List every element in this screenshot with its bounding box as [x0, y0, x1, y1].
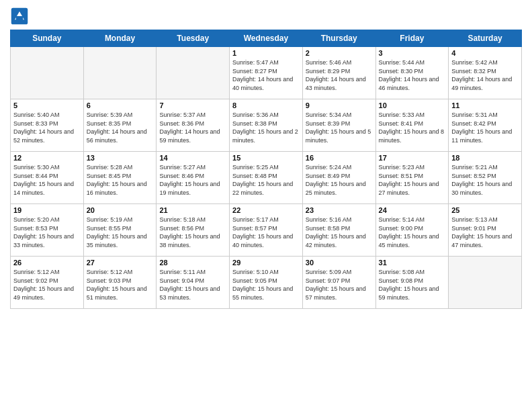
day-info: Sunrise: 5:37 AMSunset: 8:36 PMDaylight:…: [159, 111, 226, 144]
calendar-cell: 31Sunrise: 5:08 AMSunset: 9:08 PMDayligh…: [375, 257, 449, 309]
calendar-cell: 7Sunrise: 5:37 AMSunset: 8:36 PMDaylight…: [157, 99, 230, 152]
day-number: 20: [87, 206, 154, 214]
calendar-cell: 3Sunrise: 5:44 AMSunset: 8:30 PMDaylight…: [375, 47, 449, 99]
day-number: 13: [87, 154, 154, 162]
calendar-cell: 11Sunrise: 5:31 AMSunset: 8:42 PMDayligh…: [449, 99, 522, 152]
day-info: Sunrise: 5:13 AMSunset: 9:01 PMDaylight:…: [451, 216, 519, 249]
day-header: Saturday: [449, 30, 522, 47]
day-info: Sunrise: 5:23 AMSunset: 8:51 PMDaylight:…: [379, 163, 446, 197]
day-number: 23: [306, 206, 373, 214]
calendar-cell: 21Sunrise: 5:18 AMSunset: 8:56 PMDayligh…: [157, 204, 230, 257]
day-info: Sunrise: 5:46 AMSunset: 8:29 PMDaylight:…: [306, 58, 373, 92]
calendar-cell: [157, 47, 230, 99]
day-number: 5: [13, 101, 81, 109]
week-row: 12Sunrise: 5:30 AMSunset: 8:44 PMDayligh…: [11, 152, 522, 204]
calendar-cell: 24Sunrise: 5:14 AMSunset: 9:00 PMDayligh…: [375, 204, 449, 257]
calendar-cell: 27Sunrise: 5:12 AMSunset: 9:03 PMDayligh…: [83, 257, 157, 309]
day-info: Sunrise: 5:25 AMSunset: 8:48 PMDaylight:…: [232, 163, 300, 197]
day-number: 31: [379, 259, 446, 267]
day-number: 17: [379, 154, 446, 162]
day-number: 4: [451, 49, 519, 57]
day-info: Sunrise: 5:31 AMSunset: 8:42 PMDaylight:…: [451, 111, 519, 144]
calendar-cell: 2Sunrise: 5:46 AMSunset: 8:29 PMDaylight…: [302, 47, 375, 99]
calendar-cell: [449, 257, 522, 309]
day-header: Monday: [83, 30, 157, 47]
day-info: Sunrise: 5:12 AMSunset: 9:02 PMDaylight:…: [13, 268, 81, 302]
calendar-cell: 13Sunrise: 5:28 AMSunset: 8:45 PMDayligh…: [83, 152, 157, 204]
day-number: 30: [306, 259, 373, 267]
day-number: 15: [232, 154, 300, 162]
day-number: 21: [159, 206, 226, 214]
calendar-cell: 20Sunrise: 5:19 AMSunset: 8:55 PMDayligh…: [83, 204, 157, 257]
day-info: Sunrise: 5:40 AMSunset: 8:33 PMDaylight:…: [13, 111, 81, 144]
day-info: Sunrise: 5:44 AMSunset: 8:30 PMDaylight:…: [379, 58, 446, 92]
calendar-cell: 14Sunrise: 5:27 AMSunset: 8:46 PMDayligh…: [157, 152, 230, 204]
day-info: Sunrise: 5:12 AMSunset: 9:03 PMDaylight:…: [87, 268, 154, 302]
day-number: 24: [379, 206, 446, 214]
calendar-cell: 19Sunrise: 5:20 AMSunset: 8:53 PMDayligh…: [11, 204, 84, 257]
calendar-cell: 8Sunrise: 5:36 AMSunset: 8:38 PMDaylight…: [230, 99, 303, 152]
day-number: 11: [451, 101, 519, 109]
day-info: Sunrise: 5:36 AMSunset: 8:38 PMDaylight:…: [232, 111, 300, 144]
day-number: 9: [306, 101, 373, 109]
day-info: Sunrise: 5:28 AMSunset: 8:45 PMDaylight:…: [87, 163, 154, 197]
day-header: Sunday: [11, 30, 84, 47]
week-row: 1Sunrise: 5:47 AMSunset: 8:27 PMDaylight…: [11, 47, 522, 99]
day-info: Sunrise: 5:42 AMSunset: 8:32 PMDaylight:…: [451, 58, 519, 92]
logo-icon: [10, 7, 29, 26]
logo: [10, 7, 32, 26]
day-info: Sunrise: 5:20 AMSunset: 8:53 PMDaylight:…: [13, 216, 81, 249]
day-number: 16: [306, 154, 373, 162]
day-number: 6: [87, 101, 154, 109]
calendar-cell: 16Sunrise: 5:24 AMSunset: 8:49 PMDayligh…: [302, 152, 375, 204]
day-info: Sunrise: 5:18 AMSunset: 8:56 PMDaylight:…: [159, 216, 226, 249]
day-info: Sunrise: 5:16 AMSunset: 8:58 PMDaylight:…: [306, 216, 373, 249]
day-header: Wednesday: [230, 30, 303, 47]
day-number: 26: [13, 259, 81, 267]
calendar-cell: 12Sunrise: 5:30 AMSunset: 8:44 PMDayligh…: [11, 152, 84, 204]
calendar-cell: 29Sunrise: 5:10 AMSunset: 9:05 PMDayligh…: [230, 257, 303, 309]
calendar-cell: 18Sunrise: 5:21 AMSunset: 8:52 PMDayligh…: [449, 152, 522, 204]
calendar-cell: 23Sunrise: 5:16 AMSunset: 8:58 PMDayligh…: [302, 204, 375, 257]
day-number: 7: [159, 101, 226, 109]
header-row: SundayMondayTuesdayWednesdayThursdayFrid…: [11, 30, 522, 47]
day-number: 25: [451, 206, 519, 214]
day-info: Sunrise: 5:10 AMSunset: 9:05 PMDaylight:…: [232, 268, 300, 302]
day-number: 14: [159, 154, 226, 162]
header: [10, 7, 522, 26]
week-row: 19Sunrise: 5:20 AMSunset: 8:53 PMDayligh…: [11, 204, 522, 257]
day-info: Sunrise: 5:27 AMSunset: 8:46 PMDaylight:…: [159, 163, 226, 197]
calendar-cell: 22Sunrise: 5:17 AMSunset: 8:57 PMDayligh…: [230, 204, 303, 257]
day-info: Sunrise: 5:24 AMSunset: 8:49 PMDaylight:…: [306, 163, 373, 197]
day-info: Sunrise: 5:08 AMSunset: 9:08 PMDaylight:…: [379, 268, 446, 302]
calendar-cell: 25Sunrise: 5:13 AMSunset: 9:01 PMDayligh…: [449, 204, 522, 257]
day-info: Sunrise: 5:17 AMSunset: 8:57 PMDaylight:…: [232, 216, 300, 249]
calendar-table: SundayMondayTuesdayWednesdayThursdayFrid…: [10, 30, 522, 309]
page-container: SundayMondayTuesdayWednesdayThursdayFrid…: [0, 0, 532, 316]
day-number: 28: [159, 259, 226, 267]
calendar-cell: 9Sunrise: 5:34 AMSunset: 8:39 PMDaylight…: [302, 99, 375, 152]
day-info: Sunrise: 5:30 AMSunset: 8:44 PMDaylight:…: [13, 163, 81, 197]
day-info: Sunrise: 5:33 AMSunset: 8:41 PMDaylight:…: [379, 111, 446, 144]
day-info: Sunrise: 5:11 AMSunset: 9:04 PMDaylight:…: [159, 268, 226, 302]
day-info: Sunrise: 5:39 AMSunset: 8:35 PMDaylight:…: [87, 111, 154, 144]
calendar-cell: 28Sunrise: 5:11 AMSunset: 9:04 PMDayligh…: [157, 257, 230, 309]
day-number: 8: [232, 101, 300, 109]
day-number: 19: [13, 206, 81, 214]
calendar-cell: 26Sunrise: 5:12 AMSunset: 9:02 PMDayligh…: [11, 257, 84, 309]
calendar-cell: [11, 47, 84, 99]
calendar-cell: [83, 47, 157, 99]
calendar-cell: 17Sunrise: 5:23 AMSunset: 8:51 PMDayligh…: [375, 152, 449, 204]
calendar-cell: 30Sunrise: 5:09 AMSunset: 9:07 PMDayligh…: [302, 257, 375, 309]
week-row: 26Sunrise: 5:12 AMSunset: 9:02 PMDayligh…: [11, 257, 522, 309]
day-number: 3: [379, 49, 446, 57]
day-number: 1: [232, 49, 300, 57]
day-header: Thursday: [302, 30, 375, 47]
day-info: Sunrise: 5:21 AMSunset: 8:52 PMDaylight:…: [451, 163, 519, 197]
day-number: 10: [379, 101, 446, 109]
day-header: Friday: [375, 30, 449, 47]
day-number: 2: [306, 49, 373, 57]
day-number: 22: [232, 206, 300, 214]
day-number: 27: [87, 259, 154, 267]
day-number: 29: [232, 259, 300, 267]
